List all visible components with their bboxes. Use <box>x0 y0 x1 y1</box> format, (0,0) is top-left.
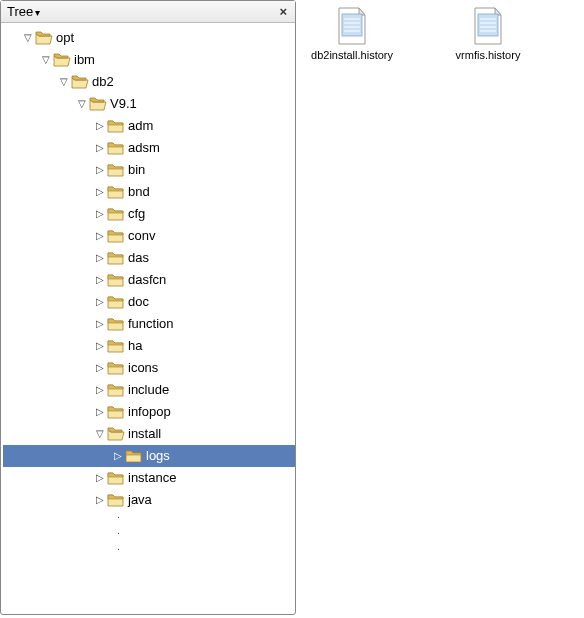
more-items-indicator: . <box>3 527 295 543</box>
tree-item-label: bnd <box>128 181 150 203</box>
tree-item-db2[interactable]: ▽ db2 <box>3 71 295 93</box>
twisty-expanded-icon[interactable]: ▽ <box>39 49 53 71</box>
tree-item-include[interactable]: ▷ include <box>3 379 295 401</box>
file-name: db2install.history <box>304 49 400 61</box>
more-items-indicator: . <box>3 543 295 559</box>
file-name: vrmfis.history <box>440 49 536 61</box>
close-icon[interactable]: × <box>277 4 289 19</box>
tree-item-install[interactable]: ▽ install <box>3 423 295 445</box>
folder-closed-icon <box>107 184 125 200</box>
file-icon <box>335 6 369 46</box>
tree-item-bin[interactable]: ▷ bin <box>3 159 295 181</box>
svg-rect-0 <box>342 14 362 36</box>
folder-closed-icon <box>107 118 125 134</box>
tree-item-v91[interactable]: ▽ V9.1 <box>3 93 295 115</box>
folder-open-icon <box>89 96 107 112</box>
tree-item-conv[interactable]: ▷ conv <box>3 225 295 247</box>
twisty-expanded-icon[interactable]: ▽ <box>93 423 107 445</box>
tree-item-label: icons <box>128 357 158 379</box>
tree-item-ibm[interactable]: ▽ ibm <box>3 49 295 71</box>
folder-closed-icon <box>107 492 125 508</box>
twisty-collapsed-icon[interactable]: ▷ <box>93 181 107 203</box>
content-panel: db2install.history vrmfis.history <box>296 0 584 618</box>
twisty-collapsed-icon[interactable]: ▷ <box>93 115 107 137</box>
tree-body[interactable]: ▽ opt▽ ibm▽ db2▽ V9.1▷ adm▷ adsm▷ bin▷ b… <box>1 23 295 614</box>
tree-item-label: java <box>128 489 152 511</box>
file-item[interactable]: db2install.history <box>304 6 400 61</box>
folder-closed-icon <box>107 360 125 376</box>
tree-item-label: doc <box>128 291 149 313</box>
tree-item-java[interactable]: ▷ java <box>3 489 295 511</box>
tree-item-label: bin <box>128 159 145 181</box>
twisty-expanded-icon[interactable]: ▽ <box>21 27 35 49</box>
folder-closed-icon <box>107 206 125 222</box>
tree-title-text: Tree <box>7 4 33 19</box>
folder-closed-icon <box>107 250 125 266</box>
tree-item-logs[interactable]: ▷ logs <box>3 445 295 467</box>
more-items-indicator: . <box>3 511 295 527</box>
tree-item-function[interactable]: ▷ function <box>3 313 295 335</box>
svg-rect-5 <box>478 14 498 36</box>
twisty-collapsed-icon[interactable]: ▷ <box>93 313 107 335</box>
tree-item-infopop[interactable]: ▷ infopop <box>3 401 295 423</box>
tree-item-label: dasfcn <box>128 269 166 291</box>
tree-item-adm[interactable]: ▷ adm <box>3 115 295 137</box>
tree-header: Tree▾ × <box>1 1 295 23</box>
tree-item-label: ha <box>128 335 142 357</box>
tree-item-label: logs <box>146 445 170 467</box>
tree-item-bnd[interactable]: ▷ bnd <box>3 181 295 203</box>
folder-open-icon <box>53 52 71 68</box>
tree-item-doc[interactable]: ▷ doc <box>3 291 295 313</box>
tree-item-icons[interactable]: ▷ icons <box>3 357 295 379</box>
twisty-collapsed-icon[interactable]: ▷ <box>93 379 107 401</box>
tree-item-label: ibm <box>74 49 95 71</box>
twisty-expanded-icon[interactable]: ▽ <box>57 71 71 93</box>
tree-item-dasfcn[interactable]: ▷ dasfcn <box>3 269 295 291</box>
twisty-collapsed-icon[interactable]: ▷ <box>111 445 125 467</box>
folder-closed-icon <box>107 228 125 244</box>
twisty-collapsed-icon[interactable]: ▷ <box>93 335 107 357</box>
tree-item-das[interactable]: ▷ das <box>3 247 295 269</box>
folder-closed-icon <box>107 382 125 398</box>
folder-open-icon <box>71 74 89 90</box>
tree-item-label: instance <box>128 467 176 489</box>
folder-closed-icon <box>107 470 125 486</box>
twisty-collapsed-icon[interactable]: ▷ <box>93 269 107 291</box>
tree-item-opt[interactable]: ▽ opt <box>3 27 295 49</box>
tree-item-label: adm <box>128 115 153 137</box>
twisty-expanded-icon[interactable]: ▽ <box>75 93 89 115</box>
tree-item-label: adsm <box>128 137 160 159</box>
tree-item-ha[interactable]: ▷ ha <box>3 335 295 357</box>
tree-item-label: infopop <box>128 401 171 423</box>
tree-item-label: include <box>128 379 169 401</box>
file-item[interactable]: vrmfis.history <box>440 6 536 61</box>
folder-closed-icon <box>107 272 125 288</box>
folder-closed-icon <box>107 140 125 156</box>
twisty-collapsed-icon[interactable]: ▷ <box>93 467 107 489</box>
tree-title[interactable]: Tree▾ <box>7 4 40 19</box>
folder-closed-icon <box>107 162 125 178</box>
twisty-collapsed-icon[interactable]: ▷ <box>93 357 107 379</box>
tree-item-instance[interactable]: ▷ instance <box>3 467 295 489</box>
folder-closed-icon <box>107 404 125 420</box>
chevron-down-icon: ▾ <box>35 7 40 18</box>
tree-body-wrap: ▽ opt▽ ibm▽ db2▽ V9.1▷ adm▷ adsm▷ bin▷ b… <box>1 23 295 614</box>
app-root: Tree▾ × ▽ opt▽ ibm▽ db2▽ V9.1▷ adm▷ adsm… <box>0 0 584 618</box>
twisty-collapsed-icon[interactable]: ▷ <box>93 203 107 225</box>
twisty-collapsed-icon[interactable]: ▷ <box>93 291 107 313</box>
twisty-collapsed-icon[interactable]: ▷ <box>93 137 107 159</box>
tree-item-adsm[interactable]: ▷ adsm <box>3 137 295 159</box>
twisty-collapsed-icon[interactable]: ▷ <box>93 489 107 511</box>
twisty-collapsed-icon[interactable]: ▷ <box>93 247 107 269</box>
tree-item-label: cfg <box>128 203 145 225</box>
file-icon <box>471 6 505 46</box>
folder-closed-icon <box>107 316 125 332</box>
twisty-collapsed-icon[interactable]: ▷ <box>93 225 107 247</box>
tree-item-cfg[interactable]: ▷ cfg <box>3 203 295 225</box>
folder-closed-icon <box>107 338 125 354</box>
twisty-collapsed-icon[interactable]: ▷ <box>93 401 107 423</box>
tree-item-label: install <box>128 423 161 445</box>
twisty-collapsed-icon[interactable]: ▷ <box>93 159 107 181</box>
tree-panel: Tree▾ × ▽ opt▽ ibm▽ db2▽ V9.1▷ adm▷ adsm… <box>0 0 296 615</box>
tree-item-label: das <box>128 247 149 269</box>
